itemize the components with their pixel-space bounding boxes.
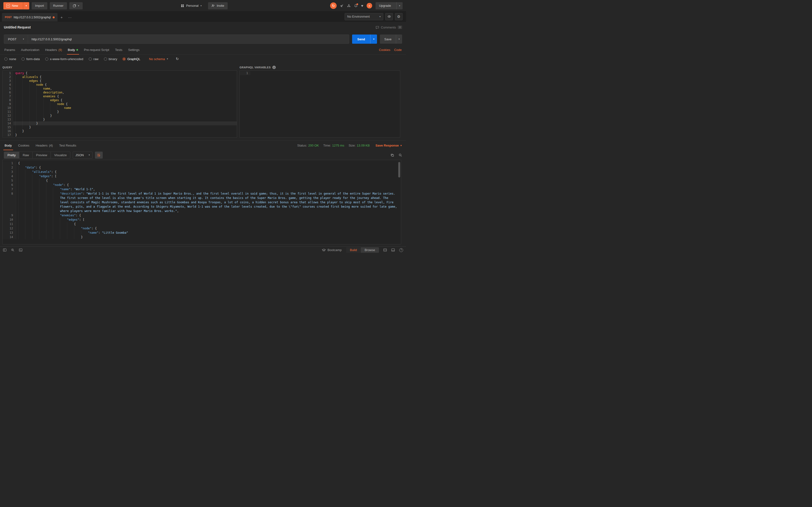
code-line: 11{ [3, 222, 401, 226]
comments-button[interactable]: Comments 0 [375, 25, 402, 29]
notifications-bell-icon[interactable] [354, 4, 358, 7]
mode-label: binary [109, 57, 117, 61]
tab-tests[interactable]: Tests [112, 45, 125, 54]
new-dropdown-caret[interactable]: ▾ [23, 2, 29, 9]
copy-response-icon[interactable] [391, 153, 394, 157]
console-panel-icon[interactable] [391, 248, 395, 252]
code-line: 7"name": "World 1-1", [3, 187, 401, 191]
method-select[interactable]: POST ▾ [4, 35, 28, 44]
body-mode-none[interactable]: none [4, 57, 16, 61]
tab-settings[interactable]: Settings [125, 45, 142, 54]
code-text: { [16, 178, 401, 183]
two-pane-view-icon[interactable] [383, 248, 387, 252]
response-tab-headers[interactable]: Headers (4) [33, 141, 56, 150]
code-line: 8"description": "World 1-1 is the first … [3, 191, 401, 213]
tab-headers[interactable]: Headers (9) [42, 45, 65, 54]
graphql-editors: QUERY 1query {2allLevels {3edges {4node … [0, 63, 406, 140]
cookies-link[interactable]: Cookies [379, 48, 390, 52]
open-new-window-button[interactable]: ▾ [69, 2, 83, 9]
body-mode-raw[interactable]: raw [89, 57, 99, 61]
send-options-caret[interactable]: ▾ [370, 35, 377, 44]
response-view-switcher: Pretty Raw Preview Visualize [4, 152, 70, 159]
build-tab[interactable]: Build [346, 247, 361, 253]
api-network-icon[interactable] [347, 4, 351, 7]
upgrade-button[interactable]: Upgrade ▾ [375, 2, 403, 9]
environment-quick-look-button[interactable] [385, 13, 393, 20]
tab-count: (9) [58, 48, 62, 52]
mode-label: GraphQL [128, 57, 140, 61]
code-line: 10name [3, 106, 237, 110]
add-tab-button[interactable]: + [57, 13, 66, 21]
info-icon: i [272, 66, 276, 69]
interceptor-satellite-icon[interactable] [340, 4, 344, 7]
line-number: 2 [3, 75, 13, 79]
heart-icon[interactable]: ♥ [361, 4, 363, 8]
tab-body[interactable]: Body [65, 45, 81, 54]
body-mode-binary[interactable]: binary [104, 57, 117, 61]
response-scrollbar[interactable] [398, 162, 400, 177]
code-line: 6"node": { [3, 183, 401, 187]
avatar-add-icon[interactable]: + [367, 3, 372, 8]
response-tab-test-results[interactable]: Test Results [56, 141, 80, 150]
line-number: 13 [3, 118, 13, 121]
tab-authorization[interactable]: Authorization [18, 45, 42, 54]
tab-label: Headers [36, 144, 48, 147]
body-mode-graphql[interactable]: GraphQL [122, 57, 140, 61]
upgrade-caret[interactable]: ▾ [396, 2, 403, 9]
body-mode-form-data[interactable]: form-data [21, 57, 40, 61]
workspace-switcher[interactable]: Personal ▾ [179, 2, 204, 9]
response-tab-body[interactable]: Body [1, 141, 15, 150]
wrap-lines-button[interactable] [95, 152, 103, 159]
import-button[interactable]: Import [32, 2, 47, 9]
view-pretty[interactable]: Pretty [4, 152, 19, 158]
browse-tab[interactable]: Browse [361, 247, 379, 253]
format-dropdown[interactable]: JSON ▾ [73, 152, 93, 159]
save-options-caret[interactable]: ▾ [396, 35, 402, 44]
line-number: 2 [3, 165, 16, 170]
upgrade-label: Upgrade [375, 4, 394, 7]
mode-label: x-www-form-urlencoded [50, 57, 83, 61]
new-button[interactable]: + New ▾ [3, 2, 29, 9]
runner-button[interactable]: Runner [50, 2, 67, 9]
view-visualize[interactable]: Visualize [51, 152, 70, 158]
search-response-icon[interactable] [399, 153, 402, 157]
bootcamp-button[interactable]: Bootcamp [322, 248, 342, 252]
invite-label: Invite [217, 4, 224, 7]
graphql-query-editor[interactable]: 1query {2allLevels {3edges {4node {5name… [2, 70, 237, 137]
line-number: 14 [3, 121, 13, 125]
sync-status-icon[interactable]: ↻ [330, 2, 337, 9]
code-link[interactable]: Code [394, 48, 402, 52]
response-body-viewer[interactable]: 1{2"data": {3"allLevels": {4"edges": [5{… [2, 160, 401, 244]
find-icon[interactable] [11, 248, 14, 252]
invite-person-icon [211, 4, 215, 7]
runner-label: Runner [53, 4, 63, 7]
request-tab-active[interactable]: POST http://127.0.0.1:5002/graphql [2, 13, 57, 21]
invite-button[interactable]: Invite [208, 2, 227, 9]
save-response-button[interactable]: Save Response ▾ [375, 144, 402, 147]
url-input[interactable]: http://127.0.0.1:5002/graphql [28, 38, 349, 41]
comments-count: 0 [398, 25, 402, 29]
environment-selector[interactable]: No Environment ▾ [345, 13, 383, 20]
send-button[interactable]: Send ▾ [352, 35, 377, 44]
line-number: 6 [3, 183, 16, 187]
line-number: 1 [3, 161, 16, 165]
sidebar-toggle-icon[interactable] [3, 248, 6, 252]
code-line: 14} [3, 121, 237, 125]
refresh-schema-icon[interactable]: ↻ [176, 57, 179, 61]
save-button[interactable]: Save ▾ [380, 35, 402, 44]
code-text: { [16, 161, 401, 165]
graphql-variables-editor[interactable]: 1 [240, 70, 400, 137]
settings-button[interactable]: ⚙ [395, 13, 403, 20]
help-icon[interactable]: ? [399, 248, 403, 252]
code-line: 5{ [3, 178, 401, 183]
body-mode-urlencoded[interactable]: x-www-form-urlencoded [45, 57, 83, 61]
tab-params[interactable]: Params [1, 45, 18, 54]
more-tabs-button[interactable]: ··· [66, 13, 74, 21]
view-preview[interactable]: Preview [33, 152, 51, 158]
view-raw[interactable]: Raw [19, 152, 33, 158]
tab-pre-request-script[interactable]: Pre-request Script [81, 45, 112, 54]
schema-dropdown[interactable]: No schema ▾ [149, 57, 168, 61]
console-icon[interactable] [19, 248, 22, 252]
response-tab-cookies[interactable]: Cookies [15, 141, 33, 150]
code-line: 14} [3, 235, 401, 239]
